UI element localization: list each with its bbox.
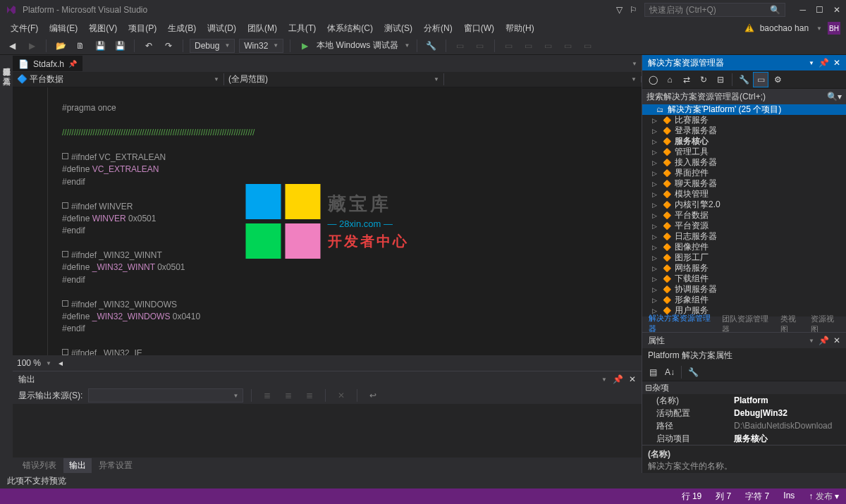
sidebar-tab-server-explorer[interactable]: 服务器资源管理器	[1, 58, 12, 66]
zoom-level[interactable]: 100 %	[17, 358, 41, 368]
save-button[interactable]: 💾	[92, 38, 108, 54]
tree-item[interactable]: ▷🔶比赛服务	[642, 115, 846, 125]
tree-item[interactable]: ▷🔶下载组件	[642, 273, 846, 284]
tree-item[interactable]: ▷🔶模块管理	[642, 189, 846, 199]
tree-item[interactable]: ▷🔶图像控件	[642, 242, 846, 252]
panel-close-icon[interactable]: ✕	[629, 374, 636, 384]
sol-btn-back[interactable]: ◯	[645, 72, 661, 87]
maximize-button[interactable]: ☐	[816, 5, 823, 15]
output-btn-4[interactable]: ✕	[333, 388, 349, 403]
nav-combo-3[interactable]: ▼	[444, 76, 642, 82]
tb-extra-4[interactable]: ▭	[501, 38, 517, 54]
sol-btn-collapse[interactable]: ⊟	[713, 72, 728, 87]
tb-extra-3[interactable]: ▭	[472, 38, 488, 54]
sidebar-tab-toolbox[interactable]: 工具箱	[1, 68, 12, 76]
tree-item[interactable]: ▷🔶聊天服务器	[642, 178, 846, 189]
prop-sort-button[interactable]: A↓	[662, 364, 678, 380]
menu-view[interactable]: 视图(V)	[84, 21, 122, 36]
menu-help[interactable]: 帮助(H)	[501, 21, 539, 36]
menu-team[interactable]: 团队(M)	[243, 21, 282, 36]
new-project-button[interactable]: 📂	[53, 38, 68, 54]
tree-item[interactable]: ▷🔶协调服务器	[642, 284, 846, 295]
tree-item[interactable]: ▷🔶网络服务	[642, 263, 846, 273]
nav-back-button[interactable]: ◀	[4, 38, 20, 54]
menu-debug[interactable]: 调试(D)	[202, 21, 241, 36]
tree-item[interactable]: ▷🔶内核引擎2.0	[642, 199, 846, 210]
panel-close-icon[interactable]: ✕	[833, 58, 840, 68]
prop-wrench-button[interactable]: 🔧	[685, 364, 701, 380]
menu-tools[interactable]: 工具(T)	[283, 21, 321, 36]
tab-dropdown-button[interactable]: ▼	[627, 61, 642, 67]
output-btn-3[interactable]: ≣	[302, 388, 317, 403]
output-source-combo[interactable]: ▼	[88, 388, 243, 402]
output-btn-1[interactable]: ≣	[259, 388, 275, 403]
member-combo[interactable]: (全局范围)▼	[224, 73, 444, 85]
open-button[interactable]: 🗎	[73, 38, 88, 54]
code-editor[interactable]: #pragma once ///////////////////////////…	[13, 87, 642, 355]
tree-item[interactable]: ▷🔶形象组件	[642, 295, 846, 305]
tab-exception[interactable]: 异常设置	[93, 458, 138, 473]
prop-row[interactable]: (名称)Platform	[642, 394, 846, 407]
menu-file[interactable]: 文件(F)	[6, 21, 43, 36]
output-btn-2[interactable]: ≣	[281, 388, 296, 403]
user-dropdown-icon[interactable]: ▼	[816, 25, 822, 32]
tb-extra-8[interactable]: ▭	[580, 38, 596, 54]
platform-combo[interactable]: Win32▼	[239, 39, 283, 53]
nav-fwd-button[interactable]: ▶	[24, 38, 39, 54]
tree-item[interactable]: ▷🔶界面控件	[642, 168, 846, 178]
tb-extra-7[interactable]: ▭	[560, 38, 576, 54]
menu-analyze[interactable]: 分析(N)	[419, 21, 458, 36]
menu-edit[interactable]: 编辑(E)	[44, 21, 82, 36]
prop-category[interactable]: 杂项	[652, 382, 669, 394]
redo-button[interactable]: ↷	[161, 38, 176, 54]
tree-item[interactable]: ▷🔶图形工厂	[642, 252, 846, 263]
user-badge[interactable]: BH	[828, 22, 840, 35]
tree-item[interactable]: ▷🔶平台资源	[642, 221, 846, 231]
tree-item[interactable]: ▷🔶服务核心	[642, 136, 846, 147]
sol-btn-refresh[interactable]: ↻	[696, 72, 711, 87]
user-name[interactable]: baochao han	[760, 23, 809, 33]
tb-extra-6[interactable]: ▭	[541, 38, 556, 54]
close-button[interactable]: ✕	[833, 5, 840, 15]
prop-row[interactable]: 启动项目服务核心	[642, 432, 846, 445]
menu-window[interactable]: 窗口(W)	[459, 21, 499, 36]
prop-row[interactable]: 路径D:\BaiduNetdiskDownload	[642, 419, 846, 432]
tree-item[interactable]: ▷🔶接入服务器	[642, 157, 846, 168]
panel-pin-icon[interactable]: 📌	[613, 374, 623, 384]
prop-cat-button[interactable]: ▤	[645, 364, 661, 380]
sol-btn-home[interactable]: ⌂	[662, 72, 678, 87]
tab-output[interactable]: 输出	[63, 458, 92, 473]
editor-tab[interactable]: 📄 Stdafx.h 📌	[13, 56, 82, 71]
sol-btn-showall[interactable]: ▭	[753, 72, 768, 87]
tree-item[interactable]: ▷🔶登录服务器	[642, 125, 846, 136]
start-debug-label[interactable]: 本地 Windows 调试器	[317, 39, 398, 51]
tree-item[interactable]: ▷🔶管理工具	[642, 147, 846, 157]
undo-button[interactable]: ↶	[141, 38, 157, 54]
panel-pin-icon[interactable]: 📌	[819, 58, 829, 68]
config-combo[interactable]: Debug▼	[190, 39, 235, 53]
tree-root[interactable]: 🗂解决方案'Platform' (25 个项目)	[642, 104, 846, 115]
sol-btn-sync[interactable]: ⇄	[679, 72, 694, 87]
prop-row[interactable]: 活动配置Debug|Win32	[642, 407, 846, 419]
tb-extra-1[interactable]: 🔧	[424, 38, 439, 54]
panel-pin-icon[interactable]: 📌	[819, 336, 829, 345]
menu-build[interactable]: 生成(B)	[163, 21, 201, 36]
minimize-button[interactable]: ─	[799, 5, 806, 15]
menu-arch[interactable]: 体系结构(C)	[322, 21, 378, 36]
sol-btn-wrench[interactable]: 🔧	[736, 72, 752, 87]
tree-item[interactable]: ▷🔶日志服务器	[642, 231, 846, 242]
sol-btn-prop[interactable]: ⚙	[770, 72, 785, 87]
output-btn-5[interactable]: ↩	[365, 388, 381, 403]
solution-search-input[interactable]: 搜索解决方案资源管理器(Ctrl+;) 🔍▾	[642, 89, 846, 104]
tb-extra-5[interactable]: ▭	[521, 38, 537, 54]
save-all-button[interactable]: 💾	[112, 38, 128, 54]
notify-icon[interactable]: ⚐	[630, 5, 637, 15]
filter-icon[interactable]: ▽	[616, 5, 623, 15]
solution-tree[interactable]: 🗂解决方案'Platform' (25 个项目)▷🔶比赛服务▷🔶登录服务器▷🔶服…	[642, 104, 846, 316]
tab-error-list[interactable]: 错误列表	[17, 458, 62, 473]
panel-close-icon[interactable]: ✕	[833, 336, 840, 345]
menu-test[interactable]: 测试(S)	[379, 21, 417, 36]
tree-item[interactable]: ▷🔶平台数据	[642, 210, 846, 221]
tb-extra-2[interactable]: ▭	[453, 38, 468, 54]
output-body[interactable]	[13, 404, 642, 457]
